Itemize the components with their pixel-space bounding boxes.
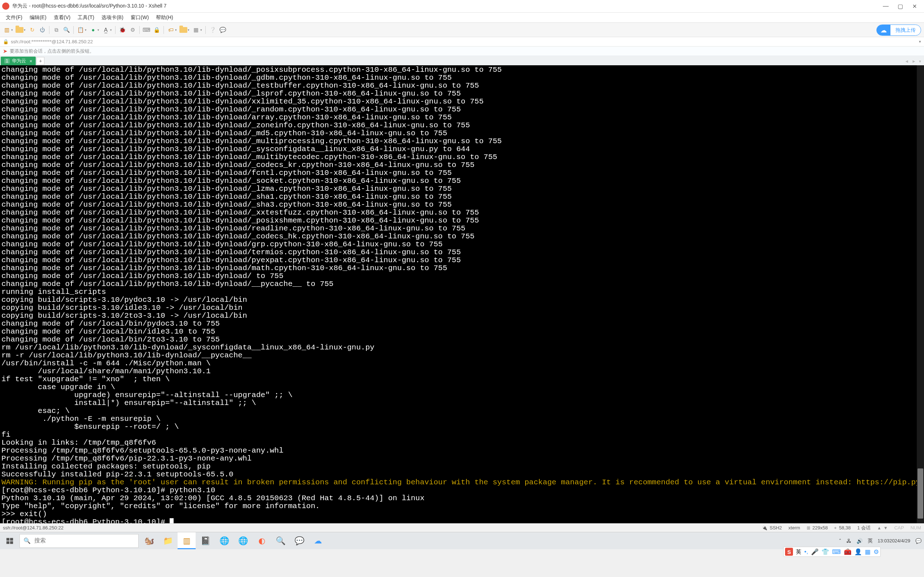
folder-button[interactable]: [179, 25, 188, 35]
session-tab[interactable]: 1 华为云 ×: [1, 56, 36, 65]
status-updown: ▲▼: [877, 525, 888, 530]
app-todesk[interactable]: ◐: [253, 532, 271, 549]
maximize-button[interactable]: ▢: [893, 0, 908, 13]
grid-icon: ⊞: [807, 525, 810, 530]
taskbar-search[interactable]: 🔍 搜索: [19, 534, 139, 548]
drag-upload-button[interactable]: ☁ 拖拽上传: [876, 24, 921, 36]
tab-label: 华为云: [12, 58, 26, 64]
status-connection: ssh://root@124.71.86.250:22: [3, 525, 756, 530]
tab-add-button[interactable]: +: [36, 57, 44, 65]
minimize-button[interactable]: —: [879, 0, 893, 13]
terminal-scrollbar[interactable]: [917, 65, 924, 523]
font-button[interactable]: A̲: [101, 25, 110, 35]
ime-skin-icon[interactable]: 👕: [822, 548, 829, 556]
toolbar-separator: [49, 26, 50, 34]
ime-mic-icon[interactable]: 🎤: [811, 548, 819, 556]
app-cloud[interactable]: ☁: [309, 532, 327, 549]
cursor-icon: ⌖: [834, 525, 837, 530]
cloud-icon: ☁: [877, 25, 890, 35]
disconnect-button[interactable]: ⏻: [37, 25, 47, 35]
close-button[interactable]: ×: [908, 0, 922, 13]
address-bar[interactable]: 🔒 ssh://root:***********@124.71.86.250:2…: [0, 37, 924, 47]
help-button[interactable]: ❔: [208, 25, 217, 35]
chat-button[interactable]: 💬: [218, 25, 228, 35]
clock-date: 2024/4/29: [889, 538, 910, 544]
ime-punct-icon[interactable]: •,: [804, 548, 808, 555]
app-wechat[interactable]: 💬: [290, 532, 308, 549]
tabs-menu-icon[interactable]: ▾: [918, 59, 922, 64]
toolbar-separator: [73, 26, 74, 34]
ime-toolbar[interactable]: S 英 •, 🎤 👕 ⌨ 🧰 👤 ▦ ⚙: [783, 547, 881, 557]
svg-rect-3: [10, 541, 13, 543]
open-button[interactable]: [15, 25, 24, 35]
lock-button[interactable]: 🔒: [152, 25, 162, 35]
menu-bar: 文件(F) 编辑(E) 查看(V) 工具(T) 选项卡(B) 窗口(W) 帮助(…: [0, 13, 924, 23]
ime-grid-icon[interactable]: ▦: [865, 548, 871, 556]
gear-button[interactable]: ⚙: [128, 25, 137, 35]
layout-button[interactable]: ▦: [191, 25, 201, 35]
status-proto: 🔌SSH2: [762, 525, 782, 530]
svg-rect-0: [6, 538, 10, 540]
ime-keyboard-icon[interactable]: ⌨: [832, 548, 841, 556]
paste-button[interactable]: 📋: [76, 25, 85, 35]
ime-lang[interactable]: 英: [796, 548, 801, 555]
status-cap: CAP: [894, 525, 904, 530]
hint-text: 要添加当前会话，点击左侧的箭头按钮。: [10, 48, 94, 55]
copy-button[interactable]: ⧉: [52, 25, 61, 35]
menu-help[interactable]: 帮助(H): [152, 13, 176, 22]
menu-window[interactable]: 窗口(W): [127, 13, 153, 22]
search-placeholder: 搜索: [34, 537, 46, 545]
up-icon: ▲: [877, 525, 881, 530]
app-chrome-1[interactable]: 🌐: [215, 532, 233, 549]
tray-notifications-icon[interactable]: 💬: [913, 532, 924, 549]
new-session-button[interactable]: ▥: [2, 25, 11, 35]
reconnect-button[interactable]: ↻: [27, 25, 37, 35]
menu-tabs[interactable]: 选项卡(B): [98, 13, 127, 22]
toolbar: ▥▾ ▾ ↻ ⏻ ⧉ 🔍 📋▾ ●▾ A̲▾ 🐞 ⚙ ⌨ 🔒 🏷▾ ▾ ▦▾ ❔…: [0, 23, 924, 37]
title-bar: 华为云 - root@hcss-ecs-dbb6:/usr/local/src/…: [0, 0, 924, 13]
tray-clock[interactable]: 13:03 2024/4/29: [875, 532, 913, 549]
color-button[interactable]: ●: [89, 25, 98, 35]
svg-rect-2: [6, 541, 10, 543]
start-button[interactable]: [0, 532, 19, 549]
search-icon: 🔍: [23, 537, 31, 544]
sogou-icon[interactable]: S: [785, 548, 793, 556]
status-sessions[interactable]: 1 会话: [857, 525, 871, 531]
menu-edit[interactable]: 编辑(E): [26, 13, 50, 22]
toolbar-separator: [163, 26, 164, 34]
status-size: ⊞229x58: [807, 525, 828, 530]
app-explorer[interactable]: 📁: [159, 532, 177, 549]
app-everything[interactable]: 🔍: [271, 532, 289, 549]
tab-strip: 1 华为云 × + ◄ ► ▾: [0, 56, 924, 65]
tab-close-icon[interactable]: ×: [30, 58, 32, 64]
hint-arrow-icon[interactable]: ➤: [3, 48, 8, 55]
ime-toolbox-icon[interactable]: 🧰: [844, 548, 851, 556]
chevron-down-icon[interactable]: ▾: [919, 39, 921, 44]
menu-view[interactable]: 查看(V): [50, 13, 74, 22]
plug-icon: 🔌: [762, 525, 767, 530]
app-notepad[interactable]: 📓: [196, 532, 215, 549]
menu-tools[interactable]: 工具(T): [74, 13, 98, 22]
lock-icon: 🔒: [3, 39, 9, 44]
scrollbar-thumb[interactable]: [918, 469, 923, 519]
app-xshell[interactable]: ▥: [178, 532, 195, 549]
tag-button[interactable]: 🏷: [166, 25, 175, 35]
ime-gear-icon[interactable]: ⚙: [874, 548, 879, 556]
windows-icon: [6, 537, 14, 545]
app-icon: [2, 3, 10, 10]
ladybug-button[interactable]: 🐞: [118, 25, 127, 35]
ime-user-icon[interactable]: 👤: [855, 548, 862, 556]
keyboard-button[interactable]: ⌨: [142, 25, 151, 35]
app-chrome-2[interactable]: 🌐: [234, 532, 252, 549]
window-title: 华为云 - root@hcss-ecs-dbb6:/usr/local/src/…: [12, 3, 879, 10]
status-term: xterm: [788, 525, 800, 530]
find-button[interactable]: 🔍: [62, 25, 71, 35]
terminal[interactable]: changing mode of /usr/local/lib/python3.…: [0, 65, 924, 523]
down-icon: ▼: [884, 525, 888, 530]
status-pos: ⌖58,38: [834, 525, 851, 530]
app-desktop-pets[interactable]: 🐿️: [140, 532, 158, 549]
tabs-next-icon[interactable]: ►: [911, 59, 917, 64]
tabs-prev-icon[interactable]: ◄: [904, 59, 909, 64]
menu-file[interactable]: 文件(F): [2, 13, 26, 22]
address-text: ssh://root:***********@124.71.86.250:22: [11, 39, 93, 44]
